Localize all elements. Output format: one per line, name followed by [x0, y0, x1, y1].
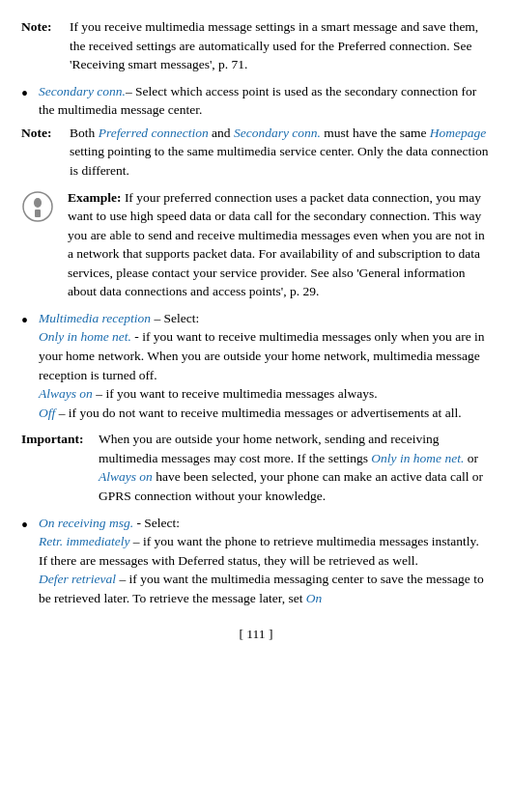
- bullet-secondary: • Secondary conn.– Select which access p…: [21, 82, 491, 120]
- secondary-conn-link: Secondary conn.: [39, 84, 126, 98]
- note-1-text: If you receive multimedia message settin…: [70, 17, 491, 74]
- note-2-both: Both: [70, 126, 99, 140]
- bullet-multimedia-content: Multimedia reception – Select: Only in h…: [39, 309, 491, 422]
- note-2: Note: Both Preferred connection and Seco…: [21, 124, 491, 181]
- off-link: Off: [39, 406, 55, 420]
- on-link: On: [306, 591, 323, 605]
- page-number: [ 111 ]: [21, 625, 491, 644]
- always-on-link: Always on: [39, 386, 93, 401]
- note-1: Note: If you receive multimedia message …: [21, 17, 491, 74]
- important-label: Important:: [21, 430, 95, 449]
- preferred-connection-link: Preferred connection: [99, 126, 209, 140]
- example-block: Example: If your preferred connection us…: [21, 188, 491, 301]
- important-always-on: Always on: [99, 469, 153, 484]
- note-2-text: Both Preferred connection and Secondary …: [70, 124, 491, 181]
- important-only-in-home: Only in home net.: [371, 451, 464, 465]
- bullet-secondary-content: Secondary conn.– Select which access poi…: [39, 82, 491, 120]
- note-2-and: and: [209, 126, 234, 140]
- defer-retrieval-link: Defer retrieval: [39, 572, 116, 586]
- example-content: Example: If your preferred connection us…: [68, 188, 491, 301]
- example-text: If your preferred connection uses a pack…: [68, 190, 485, 299]
- on-receiving-dash: - Select:: [133, 516, 180, 530]
- note-1-label: Note:: [21, 17, 66, 37]
- svg-point-1: [34, 198, 42, 208]
- note-2-setting: setting pointing to the same multimedia …: [70, 144, 488, 178]
- example-icon: [21, 190, 60, 229]
- note-2-same: must have the same: [321, 126, 430, 140]
- homepage-link: Homepage: [430, 126, 486, 140]
- on-receiving-link: On receiving msg.: [39, 516, 133, 530]
- bullet-symbol-secondary: •: [21, 82, 39, 105]
- only-in-home-link: Only in home net.: [39, 329, 131, 344]
- multimedia-reception-dash: – Select:: [151, 311, 199, 325]
- multimedia-reception-link: Multimedia reception: [39, 311, 151, 325]
- retr-immediately-link: Retr. immediately: [39, 534, 129, 548]
- bullet-on-receiving: • On receiving msg. - Select: Retr. imme…: [21, 514, 491, 608]
- bullet-multimedia: • Multimedia reception – Select: Only in…: [21, 309, 491, 422]
- important-block: Important: When you are outside your hom…: [21, 430, 491, 505]
- example-bold-label: Example:: [68, 190, 122, 205]
- secondary-conn-link2: Secondary conn.: [234, 126, 321, 140]
- off-text: – if you do not want to receive multimed…: [55, 406, 461, 420]
- bullet-on-receiving-content: On receiving msg. - Select: Retr. immedi…: [39, 514, 491, 608]
- always-on-text: – if you want to receive multimedia mess…: [93, 386, 378, 401]
- important-text-2: or: [464, 451, 478, 465]
- bullet-symbol-multimedia: •: [21, 309, 39, 332]
- bullet-symbol-on-receiving: •: [21, 514, 39, 537]
- note-2-label: Note:: [21, 124, 66, 143]
- svg-rect-2: [35, 210, 41, 217]
- important-text-3: have been selected, your phone can make …: [99, 469, 483, 503]
- important-text: When you are outside your home network, …: [99, 430, 491, 505]
